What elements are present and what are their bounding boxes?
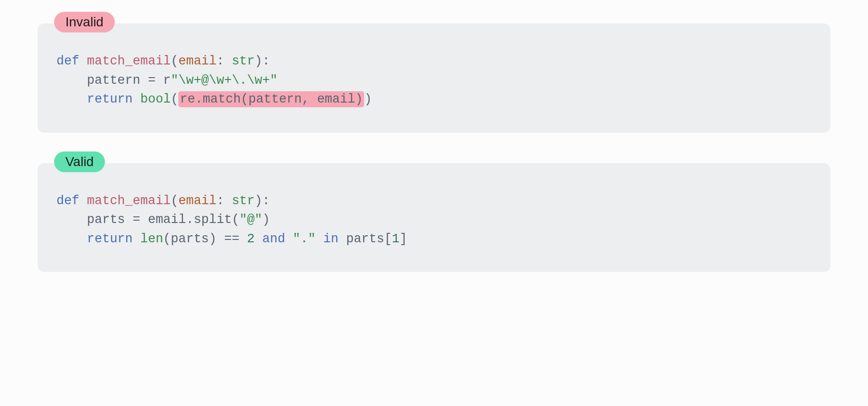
keyword-return: return [87, 232, 133, 246]
colon: : [216, 54, 231, 68]
highlighted-code: re.match(pattern, email) [178, 91, 364, 107]
space [239, 232, 247, 246]
colon: : [216, 194, 231, 208]
paren-close: ): [255, 54, 270, 68]
space [133, 92, 140, 106]
valid-badge: Valid [54, 151, 105, 172]
var-name: pattern [87, 73, 148, 88]
code-container: def match_email(email: str): pattern = r… [38, 24, 830, 133]
string-literal: "@" [239, 213, 263, 227]
space [255, 232, 262, 246]
equals: = [133, 213, 140, 227]
equals: = [148, 73, 155, 88]
valid-code-block: Valid def match_email(email: str): parts… [38, 163, 830, 272]
builtin-len: len [140, 232, 163, 246]
string-literal: "." [293, 232, 316, 246]
number-literal: 2 [247, 232, 255, 246]
keyword-return: return [87, 92, 133, 106]
keyword-def: def [56, 194, 80, 208]
index-expr: parts[ [339, 232, 392, 246]
indent [56, 92, 87, 106]
space [285, 232, 293, 246]
var-name: parts [87, 213, 133, 227]
indent [56, 232, 87, 246]
space [316, 232, 323, 246]
paren-close: ) [364, 92, 372, 106]
indent [56, 73, 87, 88]
paren-open: ( [171, 92, 178, 106]
code-content: def match_email(email: str): parts = ema… [56, 191, 812, 249]
param-name: email [178, 194, 216, 208]
paren-close: ) [262, 213, 270, 227]
raw-prefix: r [156, 73, 171, 88]
space [133, 232, 140, 246]
invalid-code-block: Invalid def match_email(email: str): pat… [38, 24, 830, 133]
keyword-and: and [262, 232, 285, 246]
invalid-badge: Invalid [54, 12, 115, 32]
paren-expr: (parts) [163, 232, 224, 246]
paren-open: ( [171, 194, 178, 208]
type-annotation: str [232, 194, 255, 208]
paren-open: ( [171, 54, 178, 68]
builtin-bool: bool [140, 92, 171, 106]
indent [56, 213, 87, 227]
paren-close: ): [255, 194, 270, 208]
operator-eq: == [224, 232, 239, 246]
type-annotation: str [232, 54, 255, 68]
method-call: email.split( [140, 213, 239, 227]
param-name: email [178, 54, 216, 68]
function-name: match_email [87, 194, 171, 208]
bracket-close: ] [399, 232, 407, 246]
number-literal: 1 [392, 232, 399, 246]
code-container: def match_email(email: str): parts = ema… [38, 163, 830, 272]
code-content: def match_email(email: str): pattern = r… [56, 52, 812, 109]
keyword-def: def [56, 54, 80, 68]
function-name: match_email [87, 54, 171, 68]
string-literal: "\w+@\w+\.\w+" [171, 73, 278, 88]
keyword-in: in [323, 232, 338, 246]
